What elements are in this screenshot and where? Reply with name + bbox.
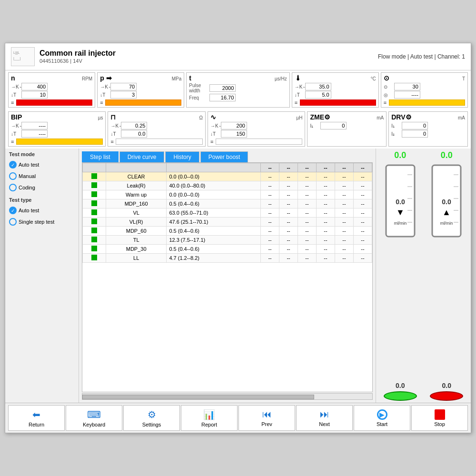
ind-v1-input[interactable] [221,122,247,129]
drv-label: DRV⚙ [391,113,411,121]
main-window: L|||L |___| Common rail injector 0445110… [5,43,471,433]
tab-history[interactable]: History [165,151,199,162]
test-mode-auto[interactable]: ✓ Auto test [9,161,75,169]
step-name: MDP_30 [106,245,166,254]
start-button[interactable]: ▶ Start [354,405,410,431]
table-row[interactable]: MDP_30 0.5 (0.4--0.6) ------------ [83,245,372,254]
step-col: -- [317,208,335,218]
step-scroll-area[interactable]: -- -- -- -- -- -- CLEAR 0.0 (0.0--0.0) -… [82,162,373,392]
bip-eq-row: = [11,139,103,145]
zme-i1-input[interactable] [320,122,347,129]
temp-setpoint-input[interactable] [305,83,331,90]
pulse-width-input[interactable] [209,84,236,92]
metric-p: p ➡ MPa →K← ↓T = [97,72,184,108]
report-button[interactable]: 📊 Report [181,405,238,431]
freq-label: Freq [189,95,208,100]
table-row[interactable]: VL 63.0 (55.0--71.0) ------------ [83,208,372,218]
step-col: -- [317,199,335,208]
temp-actual-sym: ↓T [295,92,304,98]
bip-v1-input[interactable] [21,122,48,129]
test-mode-manual[interactable]: Manual [9,172,75,180]
horizontal-scrollbar[interactable] [82,393,373,400]
prev-button[interactable]: ⏮ Prev [238,405,295,431]
flow-meter-left: 0.0 0.0 [378,150,423,401]
settings-button[interactable]: ⚙ Settings [123,405,180,431]
test-type-auto[interactable]: ✓ Auto test [9,207,75,214]
temp-actual-row: ↓T [295,91,376,99]
tab-power-boost[interactable]: Power boost [200,151,248,162]
step-col: -- [261,190,279,199]
tab-drive-curve[interactable]: Drive curve [119,151,165,162]
T-v2-input[interactable] [394,91,420,99]
bip-label: BIP [11,113,22,121]
step-value: 40.0 (0.0--80.0) [167,181,261,190]
T-unit: T [462,76,465,81]
return-button[interactable]: ⬅ Return [8,405,65,431]
step-col: -- [335,190,354,199]
freq-input[interactable] [209,94,236,101]
step-col: -- [353,245,372,254]
res-v2-input[interactable] [121,130,147,138]
step-name: Warm up [106,190,166,199]
table-row[interactable]: CLEAR 0.0 (0.0--0.0) ------------ [83,172,372,181]
step-col: -- [317,181,335,190]
temp-actual-input[interactable] [305,91,331,99]
step-col: -- [279,181,298,190]
metric-inductance: ∿ µH →K← ↓T = [208,111,305,147]
stop-button[interactable]: Stop [411,405,468,431]
ind-unit: µH [296,115,302,120]
step-value: 47.6 (25.1--70.1) [167,218,261,227]
ind-sym2: ↓T [210,131,220,137]
ind-v1-row: →K← [210,122,302,129]
T-sym2: ◎ [384,92,393,98]
res-v1-row: →K← [110,122,202,129]
step-name: VL [106,208,166,218]
step-col: -- [298,227,317,236]
metric-zme: ZME⚙ mA I₁ [307,111,387,147]
table-row[interactable]: Leak(R) 40.0 (0.0--80.0) ------------ [83,181,372,190]
bip-v2-input[interactable] [21,130,48,138]
test-type-single[interactable]: Single step test [9,218,75,226]
ind-v2-input[interactable] [221,130,247,138]
metric-bip: BIP µs →K← ↓T = [8,111,106,147]
step-col: -- [298,208,317,218]
table-row[interactable]: VL(R) 47.6 (25.1--70.1) ------------ [83,218,372,227]
settings-icon: ⚙ [148,409,156,420]
test-mode-coding[interactable]: Coding [9,184,75,191]
table-row[interactable]: Warm up 0.0 (0.0--0.0) ------------ [83,190,372,199]
temp-eq-row: = [295,99,376,106]
next-button[interactable]: ⏭ Next [296,405,353,431]
zme-i1-label: I₁ [310,123,319,129]
start-icon: ▶ [377,409,387,420]
res-sym1: →K← [110,123,120,129]
drv-i2-input[interactable] [402,130,428,138]
T-v1-input[interactable] [394,83,420,90]
step-col: -- [353,218,372,227]
n-actual-input[interactable] [21,91,48,99]
temp-setpoint-sym: →K← [295,84,304,89]
tab-step-list[interactable]: Step list [82,151,119,162]
col-1: -- [261,163,279,172]
type-auto-label: Auto test [19,208,39,213]
res-v1-input[interactable] [121,122,147,129]
step-col: -- [317,172,335,181]
top-metrics-row: n RPM →K← ↓T = p ➡ MPa →K← [5,70,471,109]
p-actual-input[interactable] [110,91,137,99]
table-row[interactable]: MDP_60 0.5 (0.4--0.6) ------------ [83,227,372,236]
bip-eq-bar [16,139,103,145]
step-value: 0.5 (0.4--0.6) [167,227,261,236]
T-label: ⊙ [384,74,389,82]
freq-row: Freq [189,94,287,101]
res-v2-row: ↓T [110,130,202,138]
table-row[interactable]: LL 4.7 (1.2--8.2) ------------ [83,254,372,263]
step-col: -- [279,172,298,181]
p-setpoint-input[interactable] [110,83,137,90]
left-panel: Test mode ✓ Auto test Manual Coding Test… [5,149,79,403]
n-setpoint-input[interactable] [21,83,48,90]
bottom-bar: ⬅ Return ⌨ Keyboard ⚙ Settings 📊 Report … [5,403,471,433]
drv-i1-input[interactable] [402,122,428,129]
keyboard-button[interactable]: ⌨ Keyboard [66,405,122,431]
table-row[interactable]: MDP_160 0.5 (0.4--0.6) ------------ [83,199,372,208]
p-actual-row: ↓T [100,91,181,99]
table-row[interactable]: TL 12.3 (7.5--17.1) ------------ [83,236,372,245]
